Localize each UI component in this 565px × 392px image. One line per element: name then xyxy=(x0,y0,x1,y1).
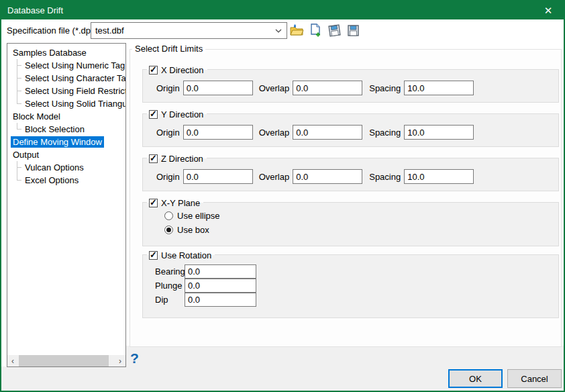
save-as-icon[interactable] xyxy=(346,23,360,38)
tree-connector xyxy=(16,85,23,97)
overlap-label: Overlap xyxy=(259,172,290,182)
y-direction-label: Y Direction xyxy=(161,109,203,119)
tree-item-label: Select Using Character Tag xyxy=(23,72,126,84)
origin-label: Origin xyxy=(156,83,180,93)
y-direction-group: Y Direction Origin Overlap Spacing xyxy=(142,113,559,147)
y-direction-fields: Origin Overlap Spacing xyxy=(143,125,558,140)
scrollbar-track[interactable] xyxy=(18,355,115,366)
y-direction-checkbox[interactable] xyxy=(149,110,158,119)
tree-connector xyxy=(16,123,23,136)
cancel-button[interactable]: Cancel xyxy=(507,369,562,388)
origin-label: Origin xyxy=(156,172,180,182)
tree-connector xyxy=(16,97,23,110)
tree-connector xyxy=(16,72,23,85)
tree-item-select-field-restriction[interactable]: Select Using Field Restriction xyxy=(7,85,125,97)
tree-item-vulcan-options[interactable]: Vulcan Options xyxy=(7,161,125,174)
close-icon[interactable]: ✕ xyxy=(537,1,560,19)
navigation-tree-panel: Samples Database Select Using Numeric Ta… xyxy=(7,43,126,367)
scrollbar-thumb[interactable] xyxy=(19,355,109,366)
open-file-icon[interactable] xyxy=(289,23,304,38)
z-origin-input[interactable] xyxy=(183,169,253,184)
ok-button[interactable]: OK xyxy=(448,369,503,388)
x-overlap-input[interactable] xyxy=(293,81,362,95)
window-title: Database Drift xyxy=(1,5,63,15)
specification-file-row: Specification file (*.dpf) test.dbf xyxy=(1,19,564,43)
x-direction-group: X Direction Origin Overlap Spacing xyxy=(142,69,559,103)
specification-file-combobox[interactable]: test.dbf xyxy=(91,22,287,39)
tree-item-label: Excel Options xyxy=(23,175,81,186)
tree-item-define-moving-window[interactable]: Define Moving Window xyxy=(7,136,125,148)
xy-plane-group: X-Y Plane Use ellipse Use box xyxy=(142,202,559,246)
dip-input[interactable] xyxy=(185,293,256,307)
new-file-icon[interactable] xyxy=(308,23,323,38)
origin-label: Origin xyxy=(156,128,180,138)
tree-item-label: Vulcan Options xyxy=(23,162,86,173)
tree-item-block-selection[interactable]: Block Selection xyxy=(7,123,125,136)
help-icon[interactable]: ? xyxy=(130,350,144,368)
tree-item-excel-options[interactable]: Excel Options xyxy=(7,174,125,187)
z-spacing-input[interactable] xyxy=(404,169,474,184)
database-drift-dialog: Database Drift ✕ Specification file (*.d… xyxy=(0,0,565,392)
x-direction-checkbox[interactable] xyxy=(149,66,158,75)
select-drift-limits-group: Select Drift Limits X Direction Origin O… xyxy=(130,49,562,347)
spacing-label: Spacing xyxy=(369,83,401,93)
use-box-label: Use box xyxy=(177,225,209,235)
specification-file-label: Specification file (*.dpf) xyxy=(7,26,96,36)
xy-plane-checkbox[interactable] xyxy=(149,199,158,207)
use-rotation-label: Use Rotation xyxy=(161,250,211,260)
tree-item-label: Select Using Numeric Tag xyxy=(23,60,126,71)
tree-item-select-character-tag[interactable]: Select Using Character Tag xyxy=(7,72,125,85)
tree-connector xyxy=(16,59,23,72)
y-overlap-input[interactable] xyxy=(293,125,362,140)
x-spacing-input[interactable] xyxy=(404,81,474,95)
z-direction-group: Z Direction Origin Overlap Spacing xyxy=(142,158,559,191)
plunge-input[interactable] xyxy=(185,279,256,293)
use-rotation-group: Use Rotation Bearing Plunge Dip xyxy=(142,254,559,318)
overlap-label: Overlap xyxy=(259,83,290,93)
tree-connector xyxy=(16,174,23,187)
overlap-label: Overlap xyxy=(259,128,290,138)
use-ellipse-radio[interactable] xyxy=(164,211,173,220)
tree-item-label: Block Model xyxy=(11,111,62,122)
x-direction-fields: Origin Overlap Spacing xyxy=(143,81,558,95)
tree-items: Samples Database Select Using Numeric Ta… xyxy=(7,44,125,187)
file-toolbar xyxy=(289,23,360,38)
x-origin-input[interactable] xyxy=(183,81,253,95)
tree-item-output[interactable]: Output xyxy=(7,148,125,161)
tree-horizontal-scrollbar[interactable]: ‹ › xyxy=(7,355,125,366)
dip-label: Dip xyxy=(155,295,185,305)
y-origin-input[interactable] xyxy=(183,125,253,140)
tree-item-label: Select Using Solid Triangulation xyxy=(23,98,126,109)
bearing-label: Bearing xyxy=(155,266,185,277)
z-direction-label: Z Direction xyxy=(161,154,203,164)
tree-item-label: Block Selection xyxy=(23,124,87,135)
bearing-input[interactable] xyxy=(185,264,256,279)
xy-plane-label: X-Y Plane xyxy=(161,198,200,208)
chevron-down-icon[interactable] xyxy=(270,29,287,33)
y-direction-legend: Y Direction xyxy=(147,108,207,120)
scroll-right-icon[interactable]: › xyxy=(115,355,125,366)
spacing-label: Spacing xyxy=(369,172,401,182)
scroll-left-icon[interactable]: ‹ xyxy=(7,355,18,366)
specification-file-value: test.dbf xyxy=(91,26,270,36)
y-spacing-input[interactable] xyxy=(404,125,474,140)
rotation-fields: Bearing Plunge Dip xyxy=(143,264,558,307)
z-direction-checkbox[interactable] xyxy=(149,154,158,163)
tree-item-label: Define Moving Window xyxy=(11,136,104,148)
tree-connector xyxy=(16,161,23,174)
tree-item-select-numeric-tag[interactable]: Select Using Numeric Tag xyxy=(7,59,125,72)
tree-item-samples-database[interactable]: Samples Database xyxy=(7,46,125,59)
plunge-label: Plunge xyxy=(155,281,185,291)
z-direction-fields: Origin Overlap Spacing xyxy=(143,169,558,184)
use-box-radio[interactable] xyxy=(164,226,173,234)
tree-item-select-solid-triangulation[interactable]: Select Using Solid Triangulation xyxy=(7,97,125,110)
select-drift-limits-title: Select Drift Limits xyxy=(132,44,205,54)
use-box-option[interactable]: Use box xyxy=(143,225,558,235)
title-bar: Database Drift ✕ xyxy=(1,1,564,19)
use-rotation-checkbox[interactable] xyxy=(149,251,158,260)
use-ellipse-option[interactable]: Use ellipse xyxy=(143,211,558,221)
tree-item-block-model[interactable]: Block Model xyxy=(7,110,125,123)
save-icon[interactable] xyxy=(327,23,342,38)
use-ellipse-label: Use ellipse xyxy=(177,211,220,221)
z-overlap-input[interactable] xyxy=(293,169,362,184)
